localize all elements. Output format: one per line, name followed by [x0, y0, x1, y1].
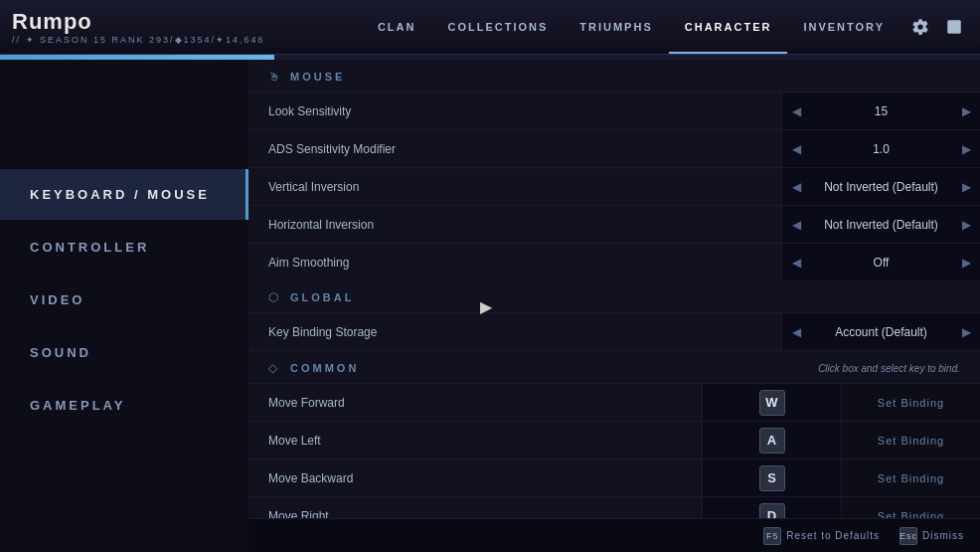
sidebar-item-gameplay[interactable]: GAMEPLAY — [0, 380, 248, 431]
move-left-set-binding[interactable]: Set Binding — [841, 422, 980, 459]
vertical-inversion-row: Vertical Inversion ◀ Not Inverted (Defau… — [248, 167, 980, 205]
key-binding-storage-label: Key Binding Storage — [248, 325, 781, 339]
sidebar-item-video[interactable]: VIDEO — [0, 275, 248, 325]
aim-smoothing-decrease[interactable]: ◀ — [782, 244, 810, 280]
look-sensitivity-decrease[interactable]: ◀ — [782, 92, 810, 129]
horizontal-inversion-increase[interactable]: ▶ — [952, 206, 980, 243]
look-sensitivity-row: Look Sensitivity ◀ 15 ▶ — [248, 92, 980, 129]
aim-smoothing-label: Aim Smoothing — [248, 256, 781, 270]
reset-label: Reset to Defaults — [786, 530, 880, 541]
reset-key-badge: F5 — [763, 527, 781, 545]
move-left-row: Move Left A Set Binding — [248, 421, 980, 459]
sidebar-item-controller[interactable]: CONTROLLER — [0, 222, 248, 273]
nav-collections[interactable]: COLLECTIONS — [431, 0, 564, 54]
horizontal-inversion-control: ◀ Not Inverted (Default) ▶ — [781, 206, 980, 243]
svg-rect-0 — [947, 20, 961, 34]
nav-clan[interactable]: CLAN — [362, 0, 432, 54]
move-backward-row: Move Backward S Set Binding — [248, 459, 980, 496]
content-area: 🖱 MOUSE Look Sensitivity ◀ 15 ▶ ADS Sens… — [248, 60, 980, 552]
move-left-label: Move Left — [248, 434, 702, 448]
global-section-title: GLOBAL — [290, 291, 354, 303]
horizontal-inversion-label: Horizontal Inversion — [248, 218, 781, 232]
selection-arrow: ▶ — [480, 296, 492, 315]
move-left-key-box[interactable]: A — [702, 422, 841, 459]
mouse-icon: 🖱 — [268, 70, 282, 84]
nav-character[interactable]: CHARACTER — [669, 0, 788, 54]
top-nav: Rumpo // ✦ SEASON 15 RANK 293/◆1354/✦14,… — [0, 0, 980, 55]
horizontal-inversion-decrease[interactable]: ◀ — [782, 206, 810, 243]
main-content: KEYBOARD / MOUSE CONTROLLER VIDEO SOUND … — [0, 60, 980, 552]
dismiss-key-badge: Esc — [899, 527, 917, 545]
key-binding-storage-control: ◀ Account (Default) ▶ — [781, 313, 980, 350]
move-backward-key-badge: S — [759, 465, 785, 491]
ads-sensitivity-value: 1.0 — [810, 142, 952, 156]
dismiss-label: Dismiss — [922, 530, 964, 541]
sidebar: KEYBOARD / MOUSE CONTROLLER VIDEO SOUND … — [0, 60, 248, 552]
vertical-inversion-control: ◀ Not Inverted (Default) ▶ — [781, 168, 980, 205]
ads-sensitivity-increase[interactable]: ▶ — [952, 130, 980, 167]
look-sensitivity-increase[interactable]: ▶ — [952, 92, 980, 129]
bottom-bar: F5 Reset to Defaults Esc Dismiss — [248, 518, 980, 552]
horizontal-inversion-value: Not Inverted (Default) — [810, 218, 952, 232]
move-left-set-label: Set Binding — [878, 435, 944, 447]
key-binding-storage-row: Key Binding Storage ◀ Account (Default) … — [248, 312, 980, 350]
look-sensitivity-label: Look Sensitivity — [248, 104, 781, 118]
sidebar-item-keyboard-mouse[interactable]: KEYBOARD / MOUSE — [0, 169, 248, 220]
nav-links: CLAN COLLECTIONS TRIUMPHS CHARACTER INVE… — [362, 0, 968, 54]
horizontal-inversion-row: Horizontal Inversion ◀ Not Inverted (Def… — [248, 205, 980, 243]
aim-smoothing-increase[interactable]: ▶ — [952, 244, 980, 280]
aim-smoothing-row: Aim Smoothing ◀ Off ▶ — [248, 243, 980, 280]
click-hint: Click box and select key to bind. — [818, 363, 960, 374]
logo-subtitle: // ✦ SEASON 15 RANK 293/◆1354/✦14,646 — [12, 35, 265, 45]
vertical-inversion-value: Not Inverted (Default) — [810, 180, 952, 194]
move-backward-set-label: Set Binding — [878, 472, 944, 484]
move-left-key-badge: A — [759, 428, 785, 454]
key-binding-storage-value: Account (Default) — [810, 325, 952, 339]
common-section-header: ◇ COMMON Click box and select key to bin… — [248, 350, 980, 383]
logo-name: Rumpo — [12, 9, 265, 35]
move-forward-key-box[interactable]: W — [702, 384, 841, 421]
move-backward-set-binding[interactable]: Set Binding — [841, 460, 980, 496]
key-binding-storage-increase[interactable]: ▶ — [952, 313, 980, 350]
aim-smoothing-value: Off — [810, 256, 952, 270]
aim-smoothing-control: ◀ Off ▶ — [781, 244, 980, 280]
common-icon: ◇ — [268, 361, 282, 375]
global-section-header: ⬡ GLOBAL — [248, 280, 980, 312]
ads-sensitivity-row: ADS Sensitivity Modifier ◀ 1.0 ▶ — [248, 129, 980, 167]
move-backward-label: Move Backward — [248, 471, 702, 485]
look-sensitivity-value: 15 — [810, 104, 952, 118]
reset-defaults-action[interactable]: F5 Reset to Defaults — [763, 527, 880, 545]
move-forward-label: Move Forward — [248, 396, 702, 410]
move-forward-key-badge: W — [759, 390, 785, 416]
profile-icon[interactable] — [940, 13, 968, 41]
vertical-inversion-label: Vertical Inversion — [248, 180, 781, 194]
move-backward-key-box[interactable]: S — [702, 460, 841, 496]
logo-area: Rumpo // ✦ SEASON 15 RANK 293/◆1354/✦14,… — [12, 9, 265, 45]
mouse-section-header: 🖱 MOUSE — [248, 60, 980, 92]
settings-icon[interactable] — [906, 13, 934, 41]
move-forward-row: Move Forward W Set Binding — [248, 383, 980, 421]
vertical-inversion-decrease[interactable]: ◀ — [782, 168, 810, 205]
key-binding-storage-decrease[interactable]: ◀ — [782, 313, 810, 350]
nav-inventory[interactable]: INVENTORY — [787, 0, 900, 54]
nav-triumphs[interactable]: TRIUMPHS — [564, 0, 668, 54]
ads-sensitivity-decrease[interactable]: ◀ — [782, 130, 810, 167]
look-sensitivity-control: ◀ 15 ▶ — [781, 92, 980, 129]
dismiss-action[interactable]: Esc Dismiss — [899, 527, 964, 545]
vertical-inversion-increase[interactable]: ▶ — [952, 168, 980, 205]
ads-sensitivity-control: ◀ 1.0 ▶ — [781, 130, 980, 167]
common-section-title: COMMON — [290, 362, 359, 374]
sidebar-item-sound[interactable]: SOUND — [0, 327, 248, 378]
ads-sensitivity-label: ADS Sensitivity Modifier — [248, 142, 781, 156]
content-area-wrapper: ▶ 🖱 MOUSE Look Sensitivity ◀ 15 ▶ ADS Se… — [248, 60, 980, 552]
move-forward-set-label: Set Binding — [878, 397, 944, 409]
move-forward-set-binding[interactable]: Set Binding — [841, 384, 980, 421]
global-icon: ⬡ — [268, 290, 282, 304]
mouse-section-title: MOUSE — [290, 71, 345, 83]
